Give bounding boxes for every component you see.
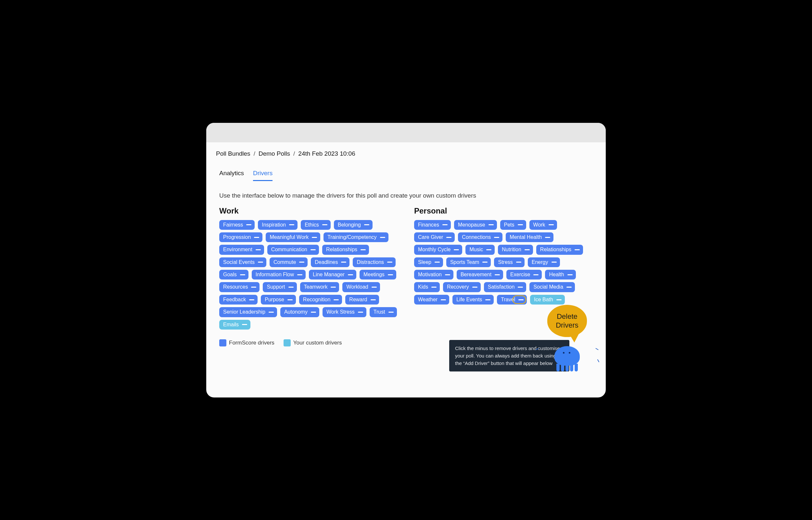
driver-pill[interactable]: Workload bbox=[342, 282, 380, 292]
minus-icon[interactable] bbox=[269, 312, 274, 313]
driver-pill[interactable]: Meaningful Work bbox=[266, 232, 320, 242]
driver-pill[interactable]: Sports Team bbox=[446, 257, 491, 267]
minus-icon[interactable] bbox=[322, 224, 328, 225]
minus-icon[interactable] bbox=[297, 274, 302, 275]
minus-icon[interactable] bbox=[482, 262, 487, 263]
minus-icon[interactable] bbox=[533, 274, 538, 275]
minus-icon[interactable] bbox=[341, 262, 346, 263]
minus-icon[interactable] bbox=[388, 274, 393, 275]
driver-pill[interactable]: Bereavement bbox=[457, 270, 503, 280]
minus-icon[interactable] bbox=[249, 299, 254, 300]
minus-icon[interactable] bbox=[575, 249, 580, 250]
driver-pill[interactable]: Exercise bbox=[506, 270, 542, 280]
minus-icon[interactable] bbox=[240, 274, 245, 275]
minus-icon[interactable] bbox=[389, 312, 394, 313]
minus-icon[interactable] bbox=[311, 312, 316, 313]
minus-icon[interactable] bbox=[441, 299, 446, 300]
driver-pill[interactable]: Nutrition bbox=[498, 245, 533, 255]
driver-pill[interactable]: Social Media bbox=[529, 282, 575, 292]
driver-pill[interactable]: Mental Health bbox=[506, 232, 554, 242]
driver-pill[interactable]: Care Giver bbox=[414, 232, 455, 242]
minus-icon[interactable] bbox=[472, 287, 477, 288]
tab-analytics[interactable]: Analytics bbox=[219, 170, 244, 181]
driver-pill[interactable]: Motivation bbox=[414, 270, 453, 280]
driver-pill[interactable]: Health bbox=[545, 270, 576, 280]
driver-pill[interactable]: Pets bbox=[500, 220, 526, 230]
driver-pill[interactable]: Goals bbox=[219, 270, 249, 280]
driver-pill[interactable]: Connections bbox=[458, 232, 502, 242]
driver-pill[interactable]: Life Events bbox=[452, 295, 494, 305]
minus-icon[interactable] bbox=[518, 224, 523, 225]
minus-icon[interactable] bbox=[380, 237, 385, 238]
driver-pill[interactable]: Monthly Cycle bbox=[414, 245, 462, 255]
driver-pill[interactable]: Emails bbox=[219, 320, 250, 330]
minus-icon[interactable] bbox=[358, 312, 363, 313]
driver-pill[interactable]: Relationships bbox=[322, 245, 369, 255]
minus-icon[interactable] bbox=[549, 224, 554, 225]
minus-icon[interactable] bbox=[371, 287, 377, 288]
driver-pill[interactable]: Line Manager bbox=[309, 270, 356, 280]
driver-pill[interactable]: Recognition bbox=[299, 295, 342, 305]
minus-icon[interactable] bbox=[387, 262, 392, 263]
driver-pill[interactable]: Ethics bbox=[301, 220, 331, 230]
driver-pill[interactable]: Social Events bbox=[219, 257, 266, 267]
minus-icon[interactable] bbox=[289, 224, 294, 225]
driver-pill[interactable]: Reward bbox=[345, 295, 379, 305]
driver-pill[interactable]: Travel bbox=[497, 295, 527, 305]
minus-icon[interactable] bbox=[254, 237, 259, 238]
minus-icon[interactable] bbox=[519, 299, 524, 300]
minus-icon[interactable] bbox=[364, 224, 369, 225]
minus-icon[interactable] bbox=[256, 249, 261, 250]
driver-pill[interactable]: Work bbox=[529, 220, 557, 230]
driver-pill[interactable]: Training/Competency bbox=[324, 232, 388, 242]
minus-icon[interactable] bbox=[446, 237, 451, 238]
tab-drivers[interactable]: Drivers bbox=[253, 170, 273, 181]
driver-pill[interactable]: Inspiration bbox=[258, 220, 298, 230]
minus-icon[interactable] bbox=[495, 274, 500, 275]
driver-pill[interactable]: Sleep bbox=[414, 257, 443, 267]
driver-pill[interactable]: Trust bbox=[370, 307, 397, 317]
driver-pill[interactable]: Stress bbox=[494, 257, 524, 267]
minus-icon[interactable] bbox=[251, 287, 256, 288]
minus-icon[interactable] bbox=[312, 237, 317, 238]
driver-pill[interactable]: Kids bbox=[414, 282, 440, 292]
driver-pill[interactable]: Music bbox=[466, 245, 495, 255]
minus-icon[interactable] bbox=[486, 249, 492, 250]
driver-pill[interactable]: Work Stress bbox=[323, 307, 366, 317]
driver-pill[interactable]: Recovery bbox=[443, 282, 481, 292]
minus-icon[interactable] bbox=[485, 299, 491, 300]
minus-icon[interactable] bbox=[442, 224, 448, 225]
driver-pill[interactable]: Meetings bbox=[360, 270, 396, 280]
driver-pill[interactable]: Environment bbox=[219, 245, 264, 255]
driver-pill[interactable]: Commute bbox=[270, 257, 308, 267]
minus-icon[interactable] bbox=[454, 249, 459, 250]
minus-icon[interactable] bbox=[431, 287, 437, 288]
minus-icon[interactable] bbox=[488, 224, 494, 225]
minus-icon[interactable] bbox=[435, 262, 440, 263]
driver-pill[interactable]: Weather bbox=[414, 295, 449, 305]
driver-pill[interactable]: Progression bbox=[219, 232, 262, 242]
driver-pill[interactable]: Teamwork bbox=[300, 282, 339, 292]
minus-icon[interactable] bbox=[516, 262, 521, 263]
minus-icon[interactable] bbox=[310, 249, 316, 250]
minus-icon[interactable] bbox=[518, 287, 523, 288]
driver-pill[interactable]: Finances bbox=[414, 220, 451, 230]
driver-pill[interactable]: Belonging bbox=[334, 220, 372, 230]
minus-icon[interactable] bbox=[246, 224, 251, 225]
minus-icon[interactable] bbox=[299, 262, 304, 263]
minus-icon[interactable] bbox=[545, 237, 550, 238]
driver-pill[interactable]: Feedback bbox=[219, 295, 258, 305]
minus-icon[interactable] bbox=[242, 324, 247, 325]
driver-pill[interactable]: Ice Bath bbox=[530, 295, 565, 305]
driver-pill[interactable]: Support bbox=[263, 282, 297, 292]
driver-pill[interactable]: Distractions bbox=[353, 257, 396, 267]
minus-icon[interactable] bbox=[525, 249, 530, 250]
driver-pill[interactable]: Senior Leadership bbox=[219, 307, 277, 317]
minus-icon[interactable] bbox=[566, 287, 572, 288]
driver-pill[interactable]: Deadlines bbox=[311, 257, 349, 267]
minus-icon[interactable] bbox=[552, 262, 557, 263]
driver-pill[interactable]: Satisfaction bbox=[484, 282, 527, 292]
driver-pill[interactable]: Relationships bbox=[536, 245, 583, 255]
driver-pill[interactable]: Purpose bbox=[261, 295, 296, 305]
driver-pill[interactable]: Communication bbox=[267, 245, 319, 255]
